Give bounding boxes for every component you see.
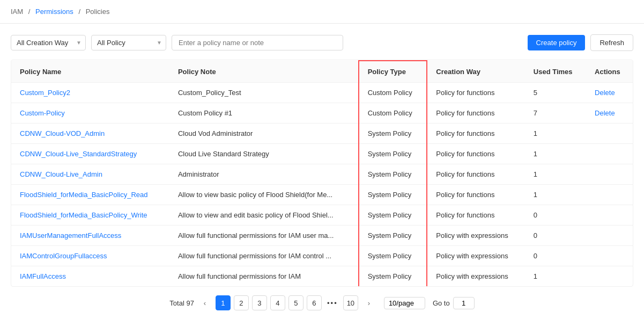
cell-policy-name: IAMFullAccess <box>11 266 169 287</box>
cell-used-times: 1 <box>525 185 586 205</box>
cell-used-times: 5 <box>525 83 586 103</box>
table-row: Custom-Policy Custom Policy #1 Custom Po… <box>11 103 633 124</box>
policy-name-link[interactable]: CDNW_Cloud-Live_Admin <box>20 170 102 178</box>
page-btn-10[interactable]: 10 <box>343 295 358 310</box>
cell-actions <box>586 226 633 246</box>
cell-policy-type: System Policy <box>359 185 427 205</box>
pagination: Total 97 ‹ 1 2 3 4 5 6 ••• 10 › 10/page … <box>11 287 633 312</box>
per-page-select[interactable]: 10/page 20/page 50/page <box>384 297 425 309</box>
cell-policy-note: Allow full functional permissions for IA… <box>169 246 359 266</box>
create-policy-button[interactable]: Create policy <box>528 35 586 50</box>
policy-name-link[interactable]: CDNW_Cloud-Live_StandardStrategy <box>20 150 137 158</box>
cell-policy-name: IAMControlGroupFullaccess <box>11 246 169 266</box>
breadcrumb-permissions[interactable]: Permissions <box>35 8 73 16</box>
cell-policy-name: CDNW_Cloud-Live_Admin <box>11 164 169 185</box>
cell-creation-way: Policy for functions <box>427 164 525 185</box>
cell-creation-way: Policy for functions <box>427 185 525 205</box>
breadcrumb-policies: Policies <box>86 8 110 16</box>
cell-actions: Delete <box>586 103 633 124</box>
policy-name-link[interactable]: IAMFullAccess <box>20 272 66 280</box>
breadcrumb-sep2: / <box>78 8 80 16</box>
col-header-policy-type: Policy Type <box>359 61 427 83</box>
cell-actions <box>586 124 633 144</box>
prev-page-button[interactable]: ‹ <box>197 295 212 310</box>
policy-name-link[interactable]: CDNW_Cloud-VOD_Admin <box>20 129 105 137</box>
cell-actions <box>586 205 633 226</box>
page-btn-5[interactable]: 5 <box>288 295 304 310</box>
cell-used-times: 1 <box>525 266 586 287</box>
cell-policy-note: Cloud Vod Administrator <box>169 124 359 144</box>
cell-policy-note: Allow full functional permissions for IA… <box>169 226 359 246</box>
cell-policy-type: System Policy <box>359 246 427 266</box>
cell-actions <box>586 144 633 164</box>
page-btn-2[interactable]: 2 <box>234 295 249 310</box>
policy-name-link[interactable]: IAMUserManagementFullAccess <box>20 231 121 240</box>
cell-policy-type: System Policy <box>359 144 427 164</box>
table-row: Custom_Policy2 Custom_Policy_Test Custom… <box>11 83 633 103</box>
cell-actions: Delete <box>586 83 633 103</box>
breadcrumb: IAM / Permissions / Policies <box>0 0 644 24</box>
cell-policy-type: Custom Policy <box>359 83 427 103</box>
cell-creation-way: Policy with expressions <box>427 226 525 246</box>
policy-type-select[interactable]: All Policy <box>91 35 166 50</box>
cell-policy-type: System Policy <box>359 124 427 144</box>
page-btn-3[interactable]: 3 <box>252 295 267 310</box>
policy-type-select-wrapper: All Policy ▼ <box>91 35 166 50</box>
cell-policy-name: FloodShield_forMedia_BasicPolicy_Write <box>11 205 169 226</box>
goto-input[interactable] <box>453 297 475 309</box>
table-row: FloodShield_forMedia_BasicPolicy_Read Al… <box>11 185 633 205</box>
cell-used-times: 0 <box>525 246 586 266</box>
creation-way-select[interactable]: All Creation Way <box>11 35 86 50</box>
cell-actions <box>586 164 633 185</box>
per-page-wrapper: 10/page 20/page 50/page <box>384 297 425 309</box>
cell-policy-name: FloodShield_forMedia_BasicPolicy_Read <box>11 185 169 205</box>
page-btn-6[interactable]: 6 <box>307 295 322 310</box>
cell-used-times: 1 <box>525 164 586 185</box>
search-input[interactable] <box>172 35 343 50</box>
pagination-total-label: Total 97 <box>169 299 194 307</box>
policy-table-container: Policy Name Policy Note Policy Type Crea… <box>11 60 633 287</box>
col-header-creation-way: Creation Way <box>427 61 525 83</box>
table-row: CDNW_Cloud-VOD_Admin Cloud Vod Administr… <box>11 124 633 144</box>
cell-policy-note: Allow full functional permissions for IA… <box>169 266 359 287</box>
policy-name-link[interactable]: FloodShield_forMedia_BasicPolicy_Read <box>20 191 147 199</box>
creation-way-select-wrapper: All Creation Way ▼ <box>11 35 86 50</box>
delete-link[interactable]: Delete <box>595 109 615 117</box>
policy-name-link[interactable]: Custom-Policy <box>20 109 65 117</box>
table-row: IAMFullAccess Allow full functional perm… <box>11 266 633 287</box>
next-page-button[interactable]: › <box>361 295 376 310</box>
table-row: IAMUserManagementFullAccess Allow full f… <box>11 226 633 246</box>
table-row: CDNW_Cloud-Live_StandardStrategy Cloud L… <box>11 144 633 164</box>
cell-policy-type: System Policy <box>359 164 427 185</box>
cell-policy-name: IAMUserManagementFullAccess <box>11 226 169 246</box>
refresh-button[interactable]: Refresh <box>590 34 633 51</box>
cell-policy-note: Allow to view and edit basic policy of F… <box>169 205 359 226</box>
cell-creation-way: Policy for functions <box>427 124 525 144</box>
cell-used-times: 0 <box>525 205 586 226</box>
page-btn-4[interactable]: 4 <box>270 295 285 310</box>
cell-policy-note: Administrator <box>169 164 359 185</box>
toolbar: All Creation Way ▼ All Policy ▼ Create p… <box>11 34 633 51</box>
policy-name-link[interactable]: IAMControlGroupFullaccess <box>20 252 107 260</box>
cell-creation-way: Policy with expressions <box>427 246 525 266</box>
policy-name-link[interactable]: Custom_Policy2 <box>20 89 70 97</box>
policy-name-link[interactable]: FloodShield_forMedia_BasicPolicy_Write <box>20 211 147 219</box>
cell-creation-way: Policy for functions <box>427 83 525 103</box>
delete-link[interactable]: Delete <box>595 89 615 97</box>
cell-actions <box>586 266 633 287</box>
cell-policy-note: Custom_Policy_Test <box>169 83 359 103</box>
cell-policy-type: System Policy <box>359 205 427 226</box>
col-header-policy-name: Policy Name <box>11 61 169 83</box>
cell-policy-name: CDNW_Cloud-Live_StandardStrategy <box>11 144 169 164</box>
col-header-used-times: Used Times <box>525 61 586 83</box>
cell-policy-note: Allow to view basic policy of Flood Shie… <box>169 185 359 205</box>
cell-policy-type: System Policy <box>359 226 427 246</box>
page-btn-1[interactable]: 1 <box>216 295 231 310</box>
cell-policy-name: Custom-Policy <box>11 103 169 124</box>
goto-label: Go to <box>433 299 450 307</box>
cell-policy-note: Custom Policy #1 <box>169 103 359 124</box>
cell-policy-name: CDNW_Cloud-VOD_Admin <box>11 124 169 144</box>
cell-actions <box>586 185 633 205</box>
table-row: FloodShield_forMedia_BasicPolicy_Write A… <box>11 205 633 226</box>
cell-used-times: 1 <box>525 144 586 164</box>
